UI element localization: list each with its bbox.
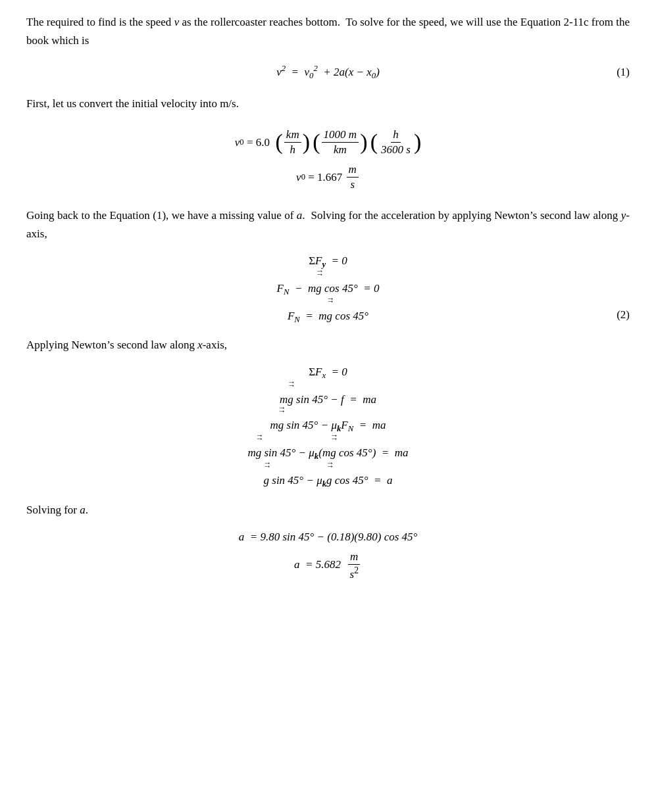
eq-a-numerical: a = 9.80 sin 45° − (0.18)(9.80) cos 45° [26, 528, 630, 546]
eq-sum-fy: ΣFy = 0 [26, 252, 630, 272]
eq-mg-sin-mu-fn-ma: mg→ sin 45° − μkFN = ma [26, 412, 630, 436]
equation-1-block: v2 = v02 + 2a(x − x0) (1) [26, 62, 630, 82]
paragraph-4: Applying Newton’s second law along x-axi… [26, 336, 630, 354]
paragraph-3: Going back to the Equation (1), we have … [26, 206, 630, 243]
eq1-label: (1) [617, 63, 630, 81]
v0-conversion-block: v0 = 6.0 ( km h ) ( 1000 m km ) ( h 3600… [26, 125, 630, 195]
var-v: v [174, 16, 180, 28]
y-axis-equations: ΣFy = 0 FN − mg→ cos 45° = 0 FN = mg→ co… [26, 250, 630, 328]
x-axis-equations: ΣFx = 0 mg→ sin 45° − f = ma mg→ sin 45°… [26, 361, 630, 492]
eq-mg-sin-f-ma: mg→ sin 45° − f = ma [26, 387, 630, 408]
paragraph-1: The required to find is the speed v as t… [26, 13, 630, 50]
v0-line-2: v0 = 1.667 m s [296, 162, 360, 192]
eq-a-result: a = 5.682 m s2 [26, 550, 630, 582]
v0-line-1: v0 = 6.0 ( km h ) ( 1000 m km ) ( h 3600… [235, 128, 421, 157]
paragraph-2: First, let us convert the initial veloci… [26, 95, 630, 113]
eq-sum-fx: ΣFx = 0 [26, 363, 630, 383]
equation-1: v2 = v02 + 2a(x − x0) [276, 62, 380, 82]
paragraph-5: Solving for a. [26, 501, 630, 519]
page-content: The required to find is the speed v as t… [26, 13, 630, 584]
a-final-equations: a = 9.80 sin 45° − (0.18)(9.80) cos 45° … [26, 526, 630, 584]
eq-fn-equals: FN = mg→ cos 45° (2) [26, 303, 630, 327]
eq-g-sin-mu-g-cos-a: g→ sin 45° − μkg→ cos 45° = a [26, 467, 630, 491]
eq2-label: (2) [617, 306, 630, 323]
